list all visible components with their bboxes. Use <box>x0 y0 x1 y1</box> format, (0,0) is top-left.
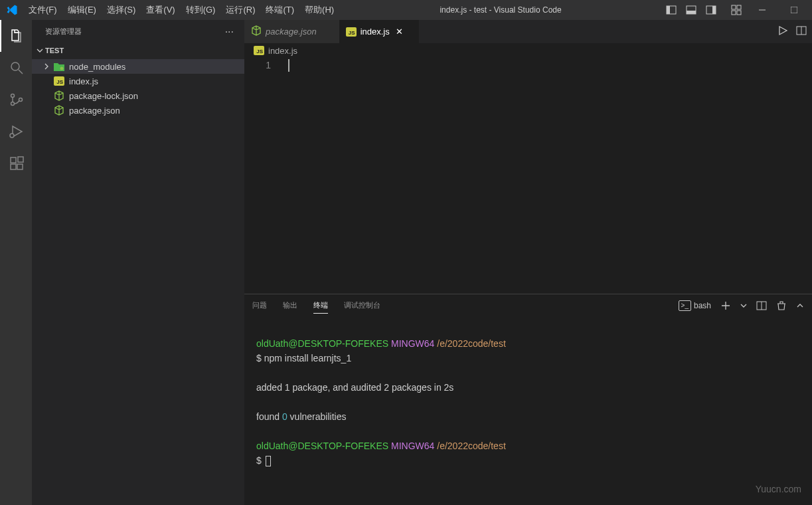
layout-panel-bottom-icon[interactable] <box>682 0 700 20</box>
tree-file-index-js[interactable]: JS index.js <box>32 74 244 88</box>
line-number: 1 <box>244 59 271 72</box>
menu-run[interactable]: 运行(R) <box>220 0 260 20</box>
editor-area: package.json ✕ JS index.js ✕ JS index.js… <box>244 20 812 505</box>
tree-file-package-lock[interactable]: package-lock.json <box>32 88 244 103</box>
tree-item-label: package.json <box>69 106 120 116</box>
folder-icon <box>52 62 66 71</box>
menu-file[interactable]: 文件(F) <box>23 0 62 20</box>
js-icon: JS <box>254 46 264 55</box>
maximize-button[interactable] <box>779 0 809 20</box>
activity-run-debug[interactable] <box>0 116 32 148</box>
terminal-line: $ <box>256 453 800 468</box>
svg-point-15 <box>11 102 15 106</box>
terminal-content[interactable]: oldUath@DESKTOP-FOFEKES MINGW64 /e/2022c… <box>244 316 812 505</box>
activity-extensions[interactable] <box>0 148 32 179</box>
terminal-user: oldUath@DESKTOP-FOFEKES <box>256 441 388 451</box>
svg-rect-3 <box>687 11 696 14</box>
svg-point-22 <box>60 67 64 70</box>
svg-rect-7 <box>737 5 741 9</box>
terminal-icon: >_ <box>679 300 691 311</box>
svg-rect-18 <box>11 157 16 163</box>
svg-rect-8 <box>732 11 736 15</box>
activity-bar <box>0 20 32 505</box>
split-editor-icon[interactable] <box>796 25 807 38</box>
breadcrumb[interactable]: JS index.js <box>244 43 812 58</box>
svg-point-17 <box>10 134 14 138</box>
sidebar-title: 资源管理器 <box>45 27 82 37</box>
split-terminal-icon[interactable] <box>756 300 767 311</box>
tab-label: package.json <box>266 27 317 37</box>
run-icon[interactable] <box>777 25 788 38</box>
menu-help[interactable]: 帮助(H) <box>299 0 339 20</box>
layout-panel-left-icon[interactable] <box>662 0 681 20</box>
activity-explorer[interactable] <box>0 20 32 52</box>
tab-label: index.js <box>361 27 390 37</box>
line-gutter: 1 <box>244 58 288 294</box>
titlebar: 文件(F) 编辑(E) 选择(S) 查看(V) 转到(G) 运行(R) 终端(T… <box>0 0 812 20</box>
svg-point-12 <box>11 62 19 70</box>
panel-tab-terminal[interactable]: 终端 <box>313 298 328 314</box>
svg-rect-20 <box>17 164 23 169</box>
maximize-panel-icon[interactable] <box>796 302 804 310</box>
file-tree: node_modules JS index.js package-lock.js… <box>32 58 244 118</box>
activity-source-control[interactable] <box>0 84 32 116</box>
menu-edit[interactable]: 编辑(E) <box>62 0 102 20</box>
tree-folder-node-modules[interactable]: node_modules <box>32 59 244 74</box>
tree-item-label: index.js <box>69 76 98 86</box>
shell-name: bash <box>694 301 711 310</box>
tree-item-label: node_modules <box>69 62 125 72</box>
terminal-user: oldUath@DESKTOP-FOFEKES <box>256 338 388 349</box>
close-icon[interactable]: ✕ <box>394 26 406 38</box>
activity-search[interactable] <box>0 52 32 84</box>
npm-icon <box>52 105 66 116</box>
breadcrumb-label: index.js <box>268 46 297 56</box>
svg-point-14 <box>11 94 15 98</box>
terminal-line: $ npm install learnjts_1 <box>256 351 800 365</box>
sidebar-more-icon[interactable]: ··· <box>225 26 234 38</box>
terminal-line: added 1 package, and audited 2 packages … <box>256 380 800 395</box>
terminal-cursor <box>266 456 271 466</box>
tab-index-js[interactable]: JS index.js ✕ <box>339 20 419 43</box>
terminal-shell-selector[interactable]: >_ bash <box>679 300 711 311</box>
panel-tab-debug-console[interactable]: 调试控制台 <box>344 298 380 314</box>
svg-rect-5 <box>712 6 716 14</box>
code-area[interactable] <box>288 58 812 294</box>
new-terminal-button[interactable] <box>720 300 731 311</box>
watermark: Yuucn.com <box>756 484 801 494</box>
chevron-down-icon <box>35 47 45 54</box>
tab-package-json[interactable]: package.json ✕ <box>244 20 339 43</box>
menu-terminal[interactable]: 终端(T) <box>260 0 299 20</box>
terminal-env: MINGW64 <box>391 338 434 349</box>
svg-rect-11 <box>791 7 797 13</box>
menu-go[interactable]: 转到(G) <box>181 0 221 20</box>
menu-selection[interactable]: 选择(S) <box>102 0 141 20</box>
panel-tab-output[interactable]: 输出 <box>283 298 297 314</box>
editor-body[interactable]: 1 <box>244 58 812 294</box>
tree-file-package-json[interactable]: package.json <box>32 103 244 118</box>
js-icon: JS <box>346 27 357 37</box>
layout-panel-right-icon[interactable] <box>702 0 720 20</box>
project-name: TEST <box>45 47 64 54</box>
tree-item-label: package-lock.json <box>69 91 138 101</box>
svg-rect-21 <box>18 157 23 162</box>
panel-tab-problems[interactable]: 问题 <box>252 298 267 314</box>
editor-tabs: package.json ✕ JS index.js ✕ <box>244 20 812 43</box>
project-header[interactable]: TEST <box>32 43 244 58</box>
editor-cursor <box>288 59 289 72</box>
menu-view[interactable]: 查看(V) <box>141 0 180 20</box>
svg-rect-19 <box>11 164 16 169</box>
terminal-dropdown-icon[interactable] <box>740 302 747 309</box>
svg-rect-1 <box>667 6 670 14</box>
js-icon: JS <box>52 76 66 86</box>
svg-line-13 <box>19 70 23 74</box>
terminal-env: MINGW64 <box>391 441 434 451</box>
chevron-right-icon <box>41 63 52 70</box>
bottom-panel: 问题 输出 终端 调试控制台 >_ bash <box>244 294 812 505</box>
menubar: 文件(F) 编辑(E) 选择(S) 查看(V) 转到(G) 运行(R) 终端(T… <box>23 0 339 20</box>
terminal-path: /e/2022code/test <box>437 338 506 349</box>
npm-icon <box>52 90 66 101</box>
terminal-path: /e/2022code/test <box>437 441 506 451</box>
minimize-button[interactable] <box>747 0 777 20</box>
kill-terminal-icon[interactable] <box>776 300 787 311</box>
layout-customize-icon[interactable] <box>727 0 746 20</box>
